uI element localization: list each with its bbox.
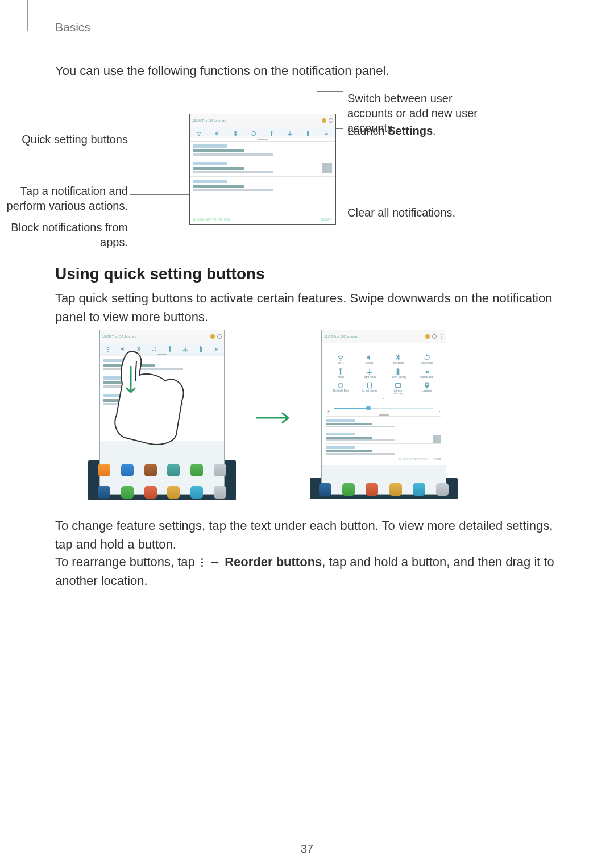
- status-time: 15:00 Tue, 24 January: [102, 335, 136, 338]
- more-vert-icon: [439, 334, 443, 339]
- block-notifications-label: BLOCK NOTIFICATIONS: [193, 218, 231, 221]
- app-icon: [190, 464, 203, 476]
- callout-launch-settings: Launch Settings.: [347, 123, 436, 138]
- app-icon: [167, 464, 180, 476]
- notification-thumbnail: [322, 163, 332, 173]
- svg-point-1: [441, 336, 442, 337]
- gear-icon: [329, 118, 333, 123]
- qs-tile-label: Screen mirroring: [389, 390, 406, 395]
- qs-tile-icon: [366, 368, 374, 376]
- page-number: 37: [0, 842, 614, 855]
- airplane-icon: [287, 129, 293, 136]
- bluetooth-icon: [232, 129, 239, 136]
- qs-tile: Do not disturb: [362, 381, 377, 395]
- app-icon: [121, 464, 134, 476]
- status-time: 15:00 Tue, 24 January: [192, 119, 226, 122]
- apps-drawer-icon: [436, 483, 449, 496]
- gear-icon: [432, 334, 437, 339]
- qs-tile-label: Bluetooth: [393, 362, 404, 365]
- qs-tile: Auto rotate: [421, 354, 433, 365]
- app-icon: [98, 486, 110, 499]
- arrow-icon: [254, 409, 300, 426]
- quick-settings-grid: Wi-FiSoundBluetoothAuto rotateTorchFligh…: [326, 354, 441, 395]
- gear-icon: [217, 334, 222, 339]
- svg-point-2: [441, 338, 442, 339]
- section-label: Basics: [55, 20, 90, 34]
- intro-text: You can use the following functions on t…: [55, 64, 389, 78]
- user-account-icon: [425, 334, 430, 339]
- torch-icon: [268, 129, 275, 136]
- chevron-down-icon: [437, 406, 441, 410]
- qs-tile-label: Location: [422, 390, 432, 393]
- qs-tile-icon: [337, 354, 345, 362]
- qs-tile-icon: [423, 381, 431, 389]
- qs-tile: Torch: [337, 368, 345, 379]
- airplane-icon: [182, 344, 189, 351]
- callout-block-notifications: Block notifications from apps.: [0, 220, 128, 250]
- callout-clear-all: Clear all notifications.: [347, 205, 455, 220]
- app-icon: [389, 483, 402, 496]
- notification-item: [190, 159, 335, 176]
- app-icon: [413, 483, 425, 496]
- block-notifications-label: BLOCK NOTIFICATIONS: [399, 458, 428, 461]
- wifi-icon: [196, 129, 202, 136]
- qs-tile-icon: [423, 368, 431, 376]
- app-icon: [144, 486, 157, 499]
- qs-tile: Location: [422, 381, 432, 395]
- app-icon: [144, 464, 157, 476]
- header-rule: [27, 0, 28, 31]
- brightness-icon: [326, 406, 331, 410]
- apps-drawer-icon: [214, 486, 226, 499]
- qs-tile-icon: [366, 381, 374, 389]
- qs-tile: Blue light filter: [333, 381, 349, 395]
- qs-tile-label: Torch: [338, 376, 344, 379]
- svg-rect-4: [367, 383, 371, 388]
- qs-tile-icon: [394, 354, 402, 362]
- app-icon: [190, 486, 203, 499]
- app-icon: [342, 483, 355, 496]
- qs-tile: Bluetooth: [393, 354, 404, 365]
- home-dock: [88, 462, 236, 500]
- qs-tile-label: Wi-Fi: [338, 362, 344, 365]
- sound-icon: [214, 129, 221, 136]
- app-icon: [366, 483, 378, 496]
- qs-tile: Screen mirroring: [389, 381, 406, 395]
- qs-tile-label: Auto rotate: [421, 362, 433, 365]
- svg-point-3: [338, 383, 343, 388]
- app-icon: [319, 483, 331, 496]
- battery-icon: [197, 344, 204, 351]
- clear-label: CLEAR: [321, 218, 332, 221]
- apps-drawer-icon: [214, 464, 226, 476]
- heading-using-quick-settings: Using quick setting buttons: [55, 265, 265, 283]
- qs-tile-label: Do not disturb: [362, 390, 377, 393]
- bluetooth-icon: [135, 344, 142, 351]
- paragraph-quick-settings: Tap quick setting buttons to activate ce…: [55, 289, 558, 326]
- more-vert-icon: [198, 558, 205, 568]
- qs-tile-icon: [366, 354, 374, 362]
- battery-icon: [305, 129, 312, 136]
- qs-tile-icon: [394, 381, 402, 389]
- notification-panel-mock: 15:00 Tue, 24 January: [189, 114, 336, 225]
- swipe-illustration: 15:00 Tue, 24 January: [54, 330, 560, 506]
- qs-tile: Flight mode: [363, 368, 376, 379]
- wifi-icon: [105, 344, 111, 351]
- notification-panel-diagram: Quick setting buttons Tap a notification…: [54, 85, 560, 244]
- qs-tile: Power saving: [391, 368, 406, 379]
- app-icon: [121, 486, 134, 499]
- qs-tile-icon: [337, 368, 345, 376]
- svg-point-6: [328, 411, 330, 413]
- qs-tile-icon: [423, 354, 431, 362]
- app-icon: [98, 464, 110, 476]
- svg-point-0: [441, 334, 442, 335]
- user-account-icon: [322, 118, 326, 123]
- notification-item: [190, 176, 335, 194]
- paragraph-reorder: To rearrange buttons, tap → Reorder butt…: [55, 553, 558, 590]
- qs-tile-label: Power saving: [391, 376, 406, 379]
- qs-tile: Wi-Fi: [337, 354, 345, 365]
- brightness-slider: [326, 405, 441, 412]
- qs-tile-icon: [337, 381, 345, 389]
- callout-quick-settings: Quick setting buttons: [15, 132, 128, 147]
- qs-tile: Sound: [366, 354, 374, 365]
- rotate-icon: [151, 344, 157, 351]
- sound-icon: [120, 344, 127, 351]
